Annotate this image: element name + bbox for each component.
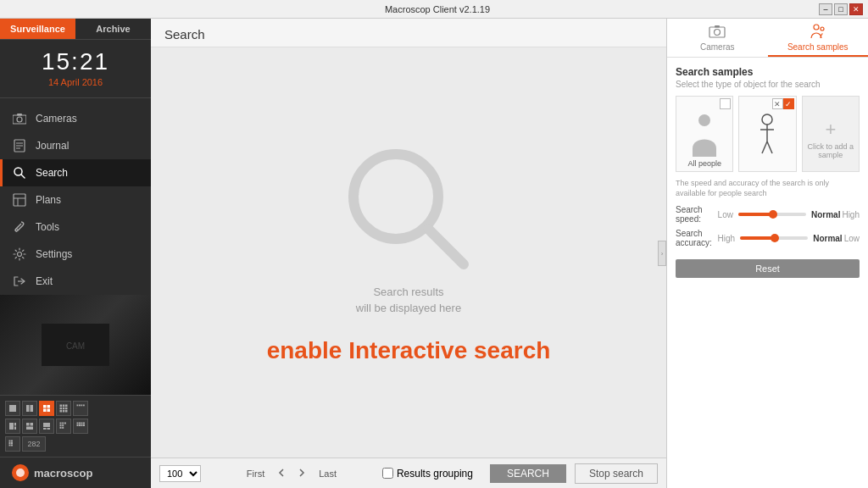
app: Surveillance Archive 15:21 14 April 2016… (0, 19, 868, 488)
sidebar-item-cameras[interactable]: Cameras (0, 105, 151, 132)
search-button[interactable]: SEARCH (490, 464, 566, 483)
svg-rect-36 (83, 405, 85, 407)
page-title: Search (164, 27, 205, 42)
svg-rect-44 (43, 428, 47, 430)
accuracy-slider-thumb[interactable] (771, 234, 779, 242)
grid-custom-5[interactable] (73, 419, 88, 434)
grid-custom-6[interactable] (5, 436, 20, 452)
grid-2x2[interactable] (39, 401, 54, 416)
svg-rect-56 (83, 423, 85, 424)
accuracy-slider-track[interactable] (740, 236, 808, 240)
grid-row-3: 282 (5, 436, 146, 452)
grid-custom-1[interactable] (5, 419, 20, 434)
svg-rect-72 (715, 25, 720, 28)
speed-slider-track[interactable] (738, 213, 806, 216)
interactive-search-label[interactable]: enable Interactive search (267, 337, 551, 364)
card-header-person: ✕ (739, 97, 795, 111)
grid-3x3[interactable] (56, 401, 71, 416)
first-page-button[interactable]: First (242, 467, 270, 480)
sidebar-item-tools[interactable]: Tools (0, 214, 151, 241)
clock: 15:21 (0, 48, 151, 75)
minimize-button[interactable]: – (819, 3, 832, 15)
zoom-select[interactable]: 1005075150200 (159, 465, 201, 482)
svg-rect-42 (26, 427, 33, 430)
close-button[interactable]: ✕ (849, 3, 863, 15)
samples-row: All people ✕ (676, 96, 860, 172)
right-panel-search-samples-tab[interactable]: Search samples (768, 19, 869, 57)
svg-rect-22 (43, 409, 47, 413)
svg-rect-51 (60, 427, 62, 429)
titlebar: Macroscop Client v2.1.19 – □ ✕ (0, 0, 868, 19)
speed-accuracy-note: The speed and accuracy of the search is … (676, 179, 860, 198)
cameras-label: Cameras (36, 113, 77, 125)
grid-custom-4[interactable] (56, 419, 71, 434)
svg-rect-39 (14, 427, 16, 430)
sample-card-person[interactable]: ✕ (738, 96, 796, 172)
svg-rect-60 (83, 424, 85, 426)
svg-rect-61 (9, 441, 11, 442)
all-people-checkbox[interactable] (720, 98, 731, 109)
sidebar: Surveillance Archive 15:21 14 April 2016… (0, 19, 151, 488)
svg-rect-48 (64, 423, 66, 424)
svg-point-13 (18, 252, 22, 257)
logo: macroscop (0, 457, 151, 488)
results-grouping-checkbox[interactable] (382, 468, 393, 479)
settings-icon (12, 247, 27, 262)
surveillance-tab[interactable]: Surveillance (0, 19, 75, 39)
right-panel-cameras-tab[interactable]: Cameras (667, 19, 768, 57)
prev-page-button[interactable] (273, 467, 290, 480)
person-card-close[interactable]: ✕ (772, 98, 783, 109)
svg-rect-70 (709, 27, 725, 37)
date: 14 April 2016 (0, 77, 151, 87)
svg-rect-46 (60, 423, 62, 424)
reset-button[interactable]: Reset (676, 259, 860, 278)
speed-normal: Normal (811, 210, 840, 219)
all-people-label: All people (687, 158, 721, 171)
svg-rect-58 (79, 424, 81, 426)
sidebar-item-journal[interactable]: Journal (0, 132, 151, 159)
speed-slider-thumb[interactable] (769, 210, 777, 219)
person-card-check[interactable] (783, 98, 794, 109)
cameras-tab-label: Cameras (700, 42, 735, 52)
accuracy-low: Low (844, 234, 860, 243)
sidebar-item-settings[interactable]: Settings (0, 241, 151, 268)
svg-point-67 (16, 469, 25, 477)
svg-rect-63 (9, 442, 11, 444)
archive-tab[interactable]: Archive (75, 19, 151, 39)
svg-rect-65 (9, 445, 11, 446)
last-page-button[interactable]: Last (314, 467, 342, 480)
maximize-button[interactable]: □ (834, 3, 848, 15)
grid-custom-3[interactable] (39, 419, 54, 434)
svg-rect-35 (81, 405, 83, 407)
svg-point-74 (821, 27, 824, 30)
right-panel-toggle[interactable]: › (658, 241, 666, 266)
sidebar-item-plans[interactable]: Plans (0, 186, 151, 214)
svg-rect-27 (60, 408, 63, 410)
add-sample-card[interactable]: + Click to add a sample (802, 96, 860, 172)
grid-4x4[interactable] (73, 401, 88, 416)
svg-rect-30 (60, 410, 63, 413)
search-placeholder-area: Search results will be displayed here en… (267, 141, 551, 364)
svg-rect-32 (65, 410, 68, 413)
sidebar-item-exit[interactable]: Exit (0, 268, 151, 295)
grid-1x2[interactable] (22, 401, 37, 416)
grid-row-2 (5, 419, 146, 434)
search-accuracy-label: Search accuracy: (676, 229, 713, 247)
speed-slider-fill (738, 213, 772, 216)
grid-custom-2[interactable] (22, 419, 37, 434)
svg-text:CAM: CAM (66, 341, 85, 351)
search-samples-subtitle: Select the type of object for the search (676, 80, 860, 89)
stop-search-button[interactable]: Stop search (575, 463, 658, 484)
next-page-button[interactable] (293, 467, 310, 480)
svg-rect-9 (14, 194, 25, 206)
grid-1x1[interactable] (5, 401, 20, 416)
svg-rect-20 (43, 405, 47, 408)
grid-number[interactable]: 282 (22, 436, 46, 452)
svg-rect-64 (11, 442, 13, 444)
sidebar-item-search[interactable]: Search (0, 159, 151, 186)
sample-card-all-people[interactable]: All people (676, 96, 733, 172)
search-label: Search (36, 167, 68, 179)
svg-rect-21 (47, 405, 51, 408)
svg-rect-23 (47, 409, 51, 413)
titlebar-controls[interactable]: – □ ✕ (819, 3, 863, 15)
